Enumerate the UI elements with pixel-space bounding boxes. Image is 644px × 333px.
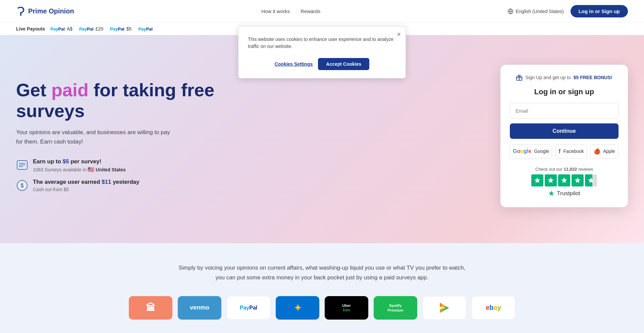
feature-average-heading: The average user earned $11 yesterday [33,179,140,185]
ticker-amount-2: £20 [96,26,103,32]
ubereats-logo: Uber Eats [325,296,368,320]
feature-average: $ The average user earned $11 yesterday … [16,179,251,192]
ticker-items: PayPal A$ PayPal £20 PayPal $5 PayPal [50,26,153,32]
ticker-amount-3: $5 [126,26,132,32]
feature-earn-heading: Earn up to $5 per survey! [33,158,126,165]
apple-label: Apple [603,149,615,154]
social-buttons: Google Google f Facebook 🍎 Apple [510,144,619,159]
star-4 [572,174,584,186]
login-signup-button[interactable]: Log in or Sign up [571,5,628,17]
bottom-text: Simply by voicing your opinions on curre… [178,263,466,283]
venmo-logo: venmo [178,296,221,320]
cookie-close-button[interactable]: × [397,31,401,38]
title-paid: paid [51,80,89,100]
bonus-amount: $5 FREE BONUS! [574,75,612,80]
feature-average-sub: Cash out from $5 [33,187,140,192]
email-input[interactable] [510,103,619,119]
brand-logos: 🏛 venmo PayPal ✦ Uber Eats Spotify Premi… [16,296,628,320]
ticker-item: PayPal £20 [79,26,103,32]
bonus-prefix: Sign Up and get up to [525,75,571,80]
paypal-logo: PayPal [227,296,270,320]
feature-earn: Earn up to $5 per survey! 1083 Surveys a… [16,158,251,173]
svg-text:✦: ✦ [294,303,302,313]
facebook-button[interactable]: f Facebook [555,144,587,159]
trustpilot-icon: ★ [548,189,555,198]
card-title: Log in or sign up [510,88,619,96]
facebook-icon: f [558,148,560,155]
rewards-link[interactable]: Rewards [301,8,320,14]
trustpilot-label: Trustpilot [557,190,580,197]
logo[interactable]: Prime Opinion [16,7,74,16]
cookie-banner: × This website uses cookies to enhance u… [238,26,406,78]
trustpilot-text: Check out our 11,022 reviews [510,167,619,172]
facebook-label: Facebook [563,149,584,154]
feature-average-text: The average user earned $11 yesterday Ca… [33,179,140,192]
paypal-logo-4: PayPal [138,26,153,32]
star-5-half [585,174,597,186]
gift-icon [516,74,523,81]
title-get: Get [16,80,51,100]
google-play-logo [423,296,466,320]
hero-title: Get paid for taking free surveys [16,79,251,121]
logo-icon [16,7,25,16]
survey-icon [16,159,28,171]
paypal-logo-3: PayPal [110,26,124,32]
feature-earn-sub: 1083 Surveys available in 🇺🇸 United Stat… [33,166,126,173]
cookie-text: This website uses cookies to enhance use… [248,36,396,50]
google-icon: Google [513,148,531,154]
bottom-section: Simply by voicing your opinions on curre… [0,243,644,333]
trustpilot-logo: ★ Trustpilot [510,189,619,198]
hero-left: Get paid for taking free surveys Your op… [16,79,251,192]
nav-right: English (United States) Log in or Sign u… [507,5,628,17]
globe-icon [507,8,514,14]
trustpilot-section: Check out our 11,022 reviews ★ Trustpilo… [510,167,619,198]
star-rating [510,174,619,186]
star-2 [545,174,557,186]
language-label: English (United States) [516,9,564,14]
ticker-label: Live Payouts [16,26,45,32]
ticker-amount-1: A$ [67,26,72,32]
paypal-logo-1: PayPal [50,26,65,32]
svg-text:$: $ [21,183,24,188]
logo-text: Prime Opinion [28,7,74,15]
continue-button[interactable]: Continue [510,123,619,139]
cookies-settings-button[interactable]: Cookies Settings [275,61,313,67]
spotify-logo: Spotify Premium [374,296,417,320]
apple-button[interactable]: 🍎 Apple [590,144,619,159]
hero-features: Earn up to $5 per survey! 1083 Surveys a… [16,158,251,192]
ebay-logo: ebay [472,296,515,320]
accept-cookies-button[interactable]: Accept Cookies [318,58,369,70]
star-3 [558,174,570,186]
feature-earn-text: Earn up to $5 per survey! 1083 Surveys a… [33,158,126,173]
how-it-works-link[interactable]: How it works [261,8,290,14]
mint-logo: 🏛 [129,296,172,320]
hero-subtitle: Your opinions are valuable, and business… [16,128,177,146]
card-bonus: Sign Up and get up to $5 FREE BONUS! [510,74,619,81]
nav-links: How it works Rewards [261,8,320,14]
walmart-logo: ✦ [276,296,319,320]
google-button[interactable]: Google Google [510,144,552,159]
paypal-logo-2: PayPal [79,26,94,32]
star-1 [531,174,543,186]
signup-card: Sign Up and get up to $5 FREE BONUS! Log… [500,65,628,207]
cookie-actions: Cookies Settings Accept Cookies [248,58,396,70]
dollar-icon: $ [16,179,28,191]
google-label: Google [534,149,549,154]
navbar: Prime Opinion How it works Rewards Engli… [0,0,644,23]
apple-icon: 🍎 [594,148,600,155]
ticker-item: PayPal A$ [50,26,72,32]
ticker-item: PayPal [138,26,153,32]
ticker-item: PayPal $5 [110,26,131,32]
language-selector[interactable]: English (United States) [507,8,564,14]
